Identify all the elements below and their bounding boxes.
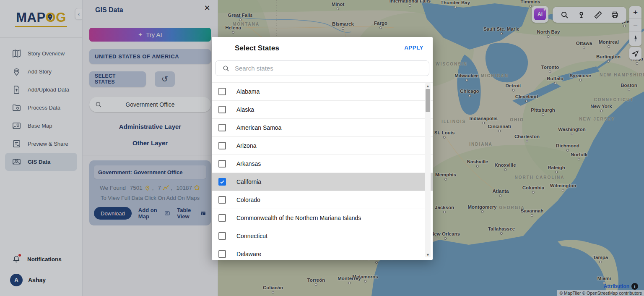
state-search-input[interactable] — [216, 61, 429, 76]
state-name: American Samoa — [236, 124, 281, 131]
checkbox-unchecked[interactable] — [218, 142, 226, 149]
scroll-down-arrow[interactable]: ▼ — [425, 252, 431, 257]
state-name: Colorado — [236, 196, 260, 203]
state-row-delaware[interactable]: Delaware — [212, 245, 433, 260]
state-row-alaska[interactable]: Alaska — [212, 101, 433, 119]
checkbox-unchecked[interactable] — [218, 196, 226, 204]
state-row-arkansas[interactable]: Arkansas — [212, 155, 433, 173]
modal-header: Select States APPLY — [212, 37, 433, 60]
modal-scrollbar: ▲ ▼ — [425, 83, 431, 257]
app-window: Great FallsHelenaMinotBismarckFargoInter… — [0, 0, 644, 296]
scrollbar-thumb[interactable] — [426, 89, 430, 112]
state-name: Alaska — [236, 106, 254, 113]
search-icon — [222, 65, 230, 72]
state-name: Commonwealth of the Northern Mariana Isl… — [236, 215, 361, 221]
checkbox-unchecked[interactable] — [218, 250, 226, 258]
state-row-colorado[interactable]: Colorado — [212, 191, 433, 209]
state-row-commonwealth-of-the-northern-mariana-islands[interactable]: Commonwealth of the Northern Mariana Isl… — [212, 209, 433, 227]
state-row-arizona[interactable]: Arizona — [212, 137, 433, 155]
checkbox-unchecked[interactable] — [218, 214, 226, 222]
state-name: Alabama — [236, 88, 260, 95]
scroll-up-arrow[interactable]: ▲ — [425, 83, 431, 89]
checkbox-checked[interactable] — [218, 178, 226, 186]
state-row-american-samoa[interactable]: American Samoa — [212, 119, 433, 137]
state-name: California — [236, 178, 261, 185]
state-name: Arkansas — [236, 160, 261, 167]
apply-button[interactable]: APPLY — [404, 45, 423, 51]
state-row-alabama[interactable]: Alabama — [212, 83, 433, 101]
state-name: Arizona — [236, 142, 256, 149]
state-name: Connecticut — [236, 233, 267, 239]
checkbox-unchecked[interactable] — [218, 232, 226, 240]
checkbox-unchecked[interactable] — [218, 160, 226, 168]
state-row-connecticut[interactable]: Connecticut — [212, 227, 433, 245]
state-name: Delaware — [236, 251, 261, 257]
state-search-field[interactable] — [215, 60, 429, 76]
modal-title: Select States — [235, 44, 279, 52]
state-list: AlabamaAlaskaAmerican SamoaArizonaArkans… — [212, 82, 433, 260]
checkbox-unchecked[interactable] — [218, 106, 226, 113]
checkbox-unchecked[interactable] — [218, 88, 226, 95]
select-states-modal: Select States APPLY AlabamaAlaskaAmerica… — [212, 37, 433, 260]
state-row-california[interactable]: California — [212, 173, 433, 191]
checkbox-unchecked[interactable] — [218, 124, 226, 131]
